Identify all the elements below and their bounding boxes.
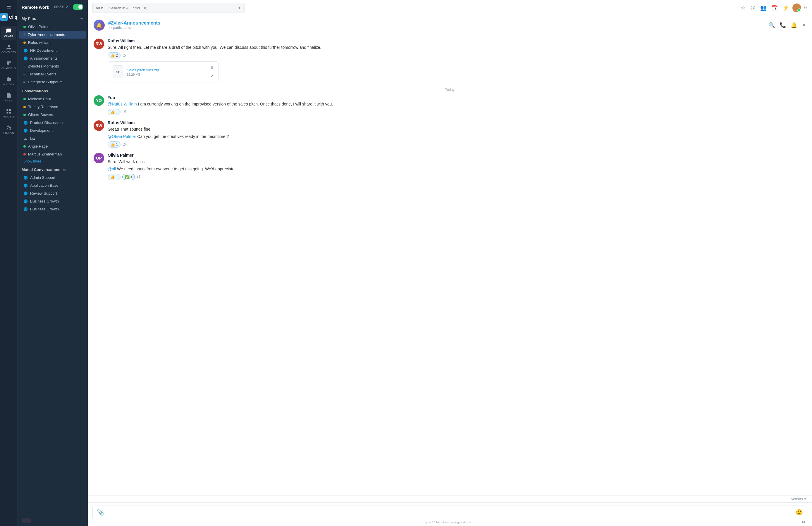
dark-mode-toggle[interactable] bbox=[21, 518, 31, 523]
add-reaction-icon[interactable]: ↺ bbox=[136, 174, 141, 180]
pin-enterprise-suppourt[interactable]: # Enterprise Suppourt bbox=[19, 78, 86, 86]
sidebar-content: My Pins ··· Olivia Palmer # Zyler-Announ… bbox=[17, 13, 87, 515]
message-text-2: @all We need inputs from everyone to get… bbox=[108, 166, 806, 172]
svg-rect-3 bbox=[6, 112, 8, 114]
workspace-name: Remote work bbox=[21, 5, 49, 10]
hamburger-menu[interactable]: ☰ bbox=[6, 3, 11, 10]
call-icon[interactable]: 📞 bbox=[780, 22, 786, 28]
conv-label: Tracey Robertson bbox=[28, 105, 58, 109]
chats-label: CHATS bbox=[4, 35, 13, 38]
away-dot bbox=[24, 42, 26, 44]
message-header: Olivia Palmer bbox=[108, 153, 806, 157]
sidebar-item-chats[interactable]: CHATS bbox=[1, 26, 16, 40]
conv-tracey-robertson[interactable]: Tracey Robertson bbox=[19, 103, 86, 111]
conv-taz[interactable]: ☁ Taz bbox=[19, 134, 86, 142]
pin-label: Zyler-Announcements bbox=[28, 32, 65, 37]
download-icon[interactable]: ⬇ bbox=[210, 65, 214, 71]
sidebar-item-channels[interactable]: # CHANNELS bbox=[1, 58, 16, 72]
search-input[interactable] bbox=[106, 4, 234, 12]
contacts-icon[interactable]: 👥 bbox=[760, 5, 767, 11]
actions-button[interactable]: Actions ▾ bbox=[791, 497, 806, 501]
conv-angie-page[interactable]: Angie Page bbox=[19, 142, 86, 150]
conv-gilbert-bowers[interactable]: Gilbert Bowers bbox=[19, 111, 86, 119]
busy-dot bbox=[24, 153, 26, 155]
my-pins-more[interactable]: ··· bbox=[79, 16, 83, 21]
conv-marcus-zimmerman[interactable]: Marcus Zimmerman bbox=[19, 150, 86, 158]
search-filter-dropdown[interactable]: All ▾ bbox=[93, 4, 106, 12]
add-reaction-icon[interactable]: ↺ bbox=[122, 52, 126, 58]
globe-icon: 🌐 bbox=[24, 129, 28, 133]
conv-michelle-paul[interactable]: Michelle Paul bbox=[19, 95, 86, 103]
emoji-icon: 👍 bbox=[110, 53, 115, 58]
chevron-down-icon: ▾ bbox=[804, 497, 806, 501]
avatar: OP bbox=[93, 153, 104, 163]
hash-icon: # bbox=[24, 64, 26, 69]
file-name[interactable]: Sales pitch files.zip bbox=[127, 68, 206, 72]
mention-icon[interactable]: @ bbox=[750, 5, 756, 11]
pin-label: Announcements bbox=[30, 56, 58, 60]
message-content: Rufus William Great! That sounds fine. @… bbox=[108, 120, 806, 148]
reaction-thumbsup[interactable]: 👍 1 bbox=[108, 174, 120, 180]
pin-olivia-palmer[interactable]: Olivia Palmer bbox=[19, 23, 86, 31]
muted-business-growth-2[interactable]: 🌐 Business Growth bbox=[19, 205, 86, 213]
chevron-down-icon: ▾ bbox=[101, 6, 103, 10]
status-toggle[interactable] bbox=[73, 4, 83, 10]
markdown-icon[interactable]: M↓ bbox=[802, 520, 807, 524]
star-icon[interactable]: ☆ bbox=[741, 5, 745, 11]
forward-icon[interactable]: ↗ bbox=[210, 73, 214, 79]
reaction-thumbsup[interactable]: 👍 2 bbox=[108, 52, 120, 58]
conv-label: Michelle Paul bbox=[28, 97, 50, 101]
muted-review-support[interactable]: 🌐 Review Support bbox=[19, 189, 86, 197]
emoji-picker-icon[interactable]: 🙂 bbox=[796, 509, 803, 516]
message-input[interactable] bbox=[107, 510, 793, 515]
muted-application-base[interactable]: 🌐 Application Base bbox=[19, 181, 86, 189]
add-reaction-icon[interactable]: ↺ bbox=[122, 142, 126, 147]
conv-label: Development bbox=[30, 128, 53, 133]
avatar-inner: RW bbox=[93, 39, 104, 49]
sidebar: Remote work 08:23:12 My Pins ··· Olivia … bbox=[17, 0, 88, 526]
reaction-check[interactable]: ✅ 1 bbox=[122, 174, 135, 180]
close-icon[interactable]: ✕ bbox=[802, 22, 806, 28]
pin-zyler-announcements[interactable]: # Zyler-Announcements bbox=[19, 31, 86, 39]
reaction-thumbsup[interactable]: 👍 1 bbox=[108, 109, 120, 115]
pin-label: Olivia Palmer bbox=[28, 25, 50, 29]
conv-development[interactable]: 🌐 Development bbox=[19, 126, 86, 134]
channels-label: CHANNELS bbox=[1, 67, 16, 70]
current-time: 08:23:12 bbox=[54, 5, 68, 9]
logo-icon: 💬 bbox=[0, 13, 8, 21]
show-more-button[interactable]: Show more bbox=[19, 158, 86, 165]
hash-icon: # bbox=[24, 32, 26, 37]
search-add-button[interactable]: + bbox=[235, 3, 244, 13]
pin-announcements[interactable]: 🌐 Announcements bbox=[19, 54, 86, 62]
pin-zylnotes-moments[interactable]: # Zylnotes Moments bbox=[19, 62, 86, 70]
sidebar-item-history[interactable]: HISTORY bbox=[1, 74, 16, 88]
pin-hr-department[interactable]: 🌐 HR Department bbox=[19, 46, 86, 54]
calendar-icon[interactable]: 📅 bbox=[771, 5, 778, 11]
sidebar-item-widgets[interactable]: WIDGETS bbox=[1, 106, 16, 120]
muted-admin-support[interactable]: 🌐 Admin Support bbox=[19, 174, 86, 181]
conv-product-discussion[interactable]: 🌐 Product Discussion bbox=[19, 119, 86, 126]
attach-icon[interactable]: 📎 bbox=[97, 509, 104, 516]
notification-icon[interactable]: 🔔 bbox=[791, 22, 797, 28]
avatar-inner: OP bbox=[93, 153, 104, 163]
grid-icon[interactable]: ⠿ bbox=[803, 5, 807, 11]
emoji-icon: 👍 bbox=[110, 175, 115, 179]
search-channel-icon[interactable]: 🔍 bbox=[768, 22, 775, 28]
add-reaction-icon[interactable]: ↺ bbox=[122, 109, 126, 115]
avatar: YO bbox=[93, 95, 104, 106]
lightning-icon[interactable]: ⚡ bbox=[782, 5, 789, 11]
sidebar-item-people[interactable]: PEOPLE bbox=[1, 122, 16, 136]
pin-rufus-william[interactable]: Rufus william bbox=[19, 39, 86, 46]
avatar-inner: YO bbox=[93, 95, 104, 106]
muted-business-growth[interactable]: 🌐 Business Growth bbox=[19, 197, 86, 205]
topbar: All ▾ + ☆ @ 👥 📅 ⚡ ⠿ bbox=[88, 0, 812, 16]
reaction-thumbsup[interactable]: 👍 1 bbox=[108, 141, 120, 148]
svg-text:#: # bbox=[6, 61, 9, 66]
user-avatar[interactable] bbox=[793, 3, 801, 12]
pin-technical-events[interactable]: # Technical Events bbox=[19, 70, 86, 78]
sidebar-item-contacts[interactable]: CONTACTS bbox=[1, 42, 16, 56]
reactions: 👍 1 ✅ 1 ↺ bbox=[108, 174, 806, 180]
channel-header: 🔔 #Zyler-Announcements 11 participants 🔍… bbox=[88, 16, 812, 34]
sidebar-item-files[interactable]: FILES bbox=[1, 90, 16, 104]
day-divider: Today bbox=[93, 88, 806, 92]
